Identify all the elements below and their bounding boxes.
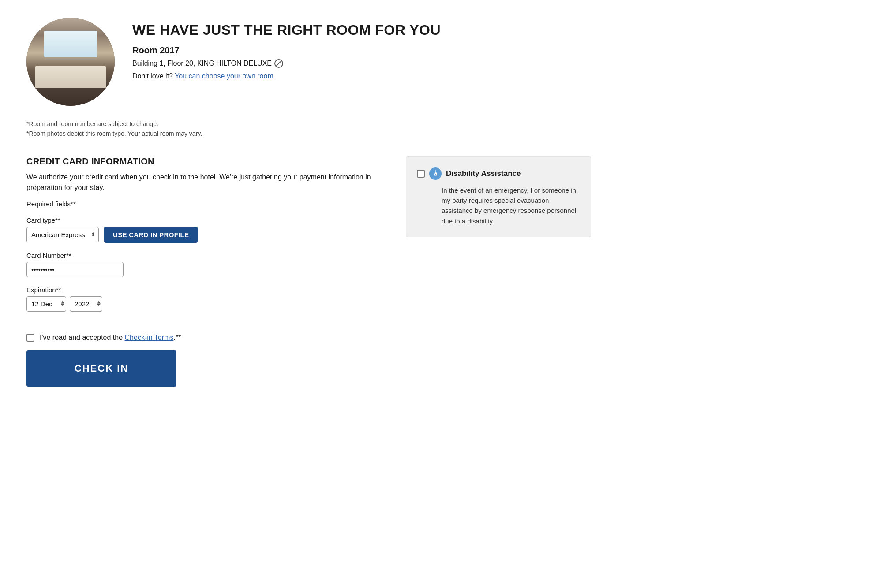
terms-section: I've read and accepted the Check-in Term… — [26, 334, 379, 387]
use-card-in-profile-button[interactable]: USE CARD IN PROFILE — [104, 227, 198, 243]
expiration-month-select[interactable]: 01 Jan 02 Feb 03 Mar 04 Apr 05 May 06 Ju… — [26, 296, 66, 312]
room-image — [26, 18, 115, 106]
expiration-label: Expiration** — [26, 286, 379, 294]
right-column: Disability Assistance In the event of an… — [406, 156, 591, 237]
room-disclaimer: *Room and room number are subject to cha… — [26, 119, 591, 139]
disability-header: Disability Assistance — [417, 167, 580, 180]
terms-row: I've read and accepted the Check-in Term… — [26, 334, 379, 342]
choose-room-link[interactable]: You can choose your own room. — [175, 72, 275, 80]
card-number-label: Card Number** — [26, 252, 379, 259]
credit-card-description: We authorize your credit card when you c… — [26, 172, 379, 193]
main-content: CREDIT CARD INFORMATION We authorize you… — [26, 156, 591, 397]
expiration-month-wrapper[interactable]: 01 Jan 02 Feb 03 Mar 04 Apr 05 May 06 Ju… — [26, 296, 66, 312]
room-name: Room 2017 — [132, 45, 441, 56]
disability-description: In the event of an emergency, I or someo… — [442, 185, 580, 226]
room-section: WE HAVE JUST THE RIGHT ROOM FOR YOU Room… — [26, 18, 591, 106]
card-number-group: Card Number** — [26, 252, 379, 277]
required-fields-label: Required fields** — [26, 200, 379, 208]
card-type-group: Card type** American Express Visa Master… — [26, 216, 379, 243]
room-headline: WE HAVE JUST THE RIGHT ROOM FOR YOU — [132, 22, 441, 38]
svg-point-0 — [435, 170, 436, 171]
expiration-year-wrapper[interactable]: 2022 2023 2024 2025 2026 2027 — [70, 296, 102, 312]
credit-card-title: CREDIT CARD INFORMATION — [26, 156, 379, 167]
terms-checkbox[interactable] — [26, 334, 34, 342]
room-choice-text: Don't love it? You can choose your own r… — [132, 72, 441, 80]
room-building-info: Building 1, Floor 20, KING HILTON DELUXE — [132, 59, 441, 68]
expiration-row: 01 Jan 02 Feb 03 Mar 04 Apr 05 May 06 Ju… — [26, 296, 379, 312]
card-type-select-wrapper[interactable]: American Express Visa Mastercard Discove… — [26, 227, 99, 242]
disability-title: Disability Assistance — [446, 169, 521, 178]
card-type-row: American Express Visa Mastercard Discove… — [26, 227, 379, 243]
room-details: WE HAVE JUST THE RIGHT ROOM FOR YOU Room… — [132, 18, 441, 80]
no-smoking-icon — [274, 59, 283, 68]
card-number-input[interactable] — [26, 262, 124, 277]
check-in-button[interactable]: CHECK IN — [26, 350, 176, 387]
card-type-label: Card type** — [26, 216, 379, 224]
left-column: CREDIT CARD INFORMATION We authorize you… — [26, 156, 379, 397]
credit-card-section: CREDIT CARD INFORMATION We authorize you… — [26, 156, 379, 312]
disability-assistance-box: Disability Assistance In the event of an… — [406, 156, 591, 237]
disability-checkbox[interactable] — [417, 170, 425, 178]
checkin-terms-link[interactable]: Check-in Terms — [125, 334, 174, 341]
expiration-year-select[interactable]: 2022 2023 2024 2025 2026 2027 — [70, 296, 102, 312]
card-type-select[interactable]: American Express Visa Mastercard Discove… — [26, 227, 99, 242]
expiration-group: Expiration** 01 Jan 02 Feb 03 Mar 04 Apr… — [26, 286, 379, 312]
terms-text: I've read and accepted the Check-in Term… — [40, 334, 181, 342]
wheelchair-icon — [429, 167, 442, 180]
